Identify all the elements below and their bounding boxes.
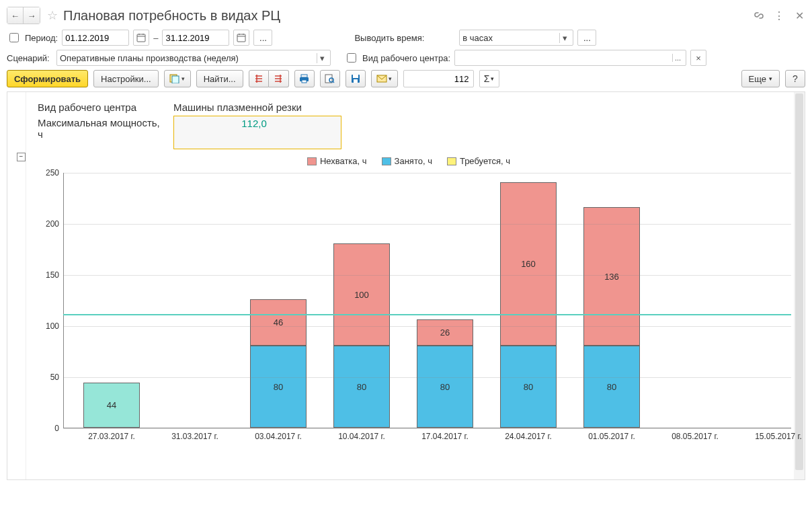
vertical-scrollbar[interactable] (794, 92, 805, 479)
wc-type-select[interactable]: ... (454, 50, 686, 66)
save-button[interactable] (346, 70, 366, 87)
y-tick-label: 200 (46, 219, 59, 229)
bar-segment: 26 (417, 319, 473, 346)
y-tick-label: 150 (46, 270, 59, 280)
bar-segment: 136 (583, 207, 640, 346)
wc-type-info-label: Вид рабочего центра (38, 100, 172, 114)
time-display-select[interactable]: в часах ▾ (459, 30, 573, 46)
chevron-down-icon[interactable]: ▾ (317, 53, 327, 63)
link-icon[interactable] (753, 9, 765, 22)
nav-forward-button[interactable]: → (24, 7, 40, 24)
collapse-all-button[interactable] (269, 70, 289, 87)
chevron-down-icon[interactable]: ▾ (559, 33, 570, 43)
wc-type-checkbox[interactable] (347, 53, 356, 63)
bar-segment: 80 (250, 346, 307, 428)
x-tick-label: 27.03.2017 г. (71, 432, 152, 441)
max-capacity-label: Максимальная мощность, ч (38, 116, 172, 149)
scenario-label: Сценарий: (7, 53, 52, 63)
bar-segment: 80 (333, 346, 390, 428)
x-tick-label: 17.04.2017 г. (405, 432, 485, 441)
wc-type-clear-button[interactable]: × (690, 50, 706, 66)
period-from-input[interactable] (62, 30, 129, 46)
period-label: Период: (25, 33, 58, 43)
time-display-label: Выводить время: (354, 33, 424, 43)
y-tick-label: 50 (50, 373, 59, 382)
period-from-calendar-button[interactable] (133, 30, 149, 46)
bar-segment: 46 (250, 299, 307, 346)
sigma-button[interactable]: Σ▾ (479, 70, 499, 87)
svg-line-23 (333, 81, 334, 83)
svg-rect-9 (172, 76, 179, 83)
period-checkbox[interactable] (9, 33, 19, 42)
svg-rect-4 (237, 34, 245, 42)
x-tick-label: 24.04.2017 г. (488, 432, 569, 441)
wc-type-info-value: Машины плазменной резки (173, 100, 341, 114)
more-menu-icon[interactable]: ⋮ (773, 9, 785, 22)
print-button[interactable] (294, 70, 315, 87)
svg-rect-0 (137, 34, 145, 42)
bar-segment: 44 (83, 383, 140, 428)
x-tick-label: 03.04.2017 г. (238, 432, 319, 441)
x-tick-label: 01.05.2017 г. (571, 432, 652, 441)
preview-button[interactable] (320, 70, 340, 87)
email-button[interactable]: ▾ (371, 70, 398, 87)
wc-type-more-icon[interactable]: ... (672, 54, 683, 62)
collapse-toggle-button[interactable]: − (17, 153, 26, 161)
settings-button[interactable]: Настройки... (93, 70, 159, 87)
legend-swatch-deficit (307, 157, 317, 165)
wc-type-label: Вид рабочего центра: (362, 53, 450, 63)
bar-segment: 80 (417, 346, 473, 428)
bar-segment: 80 (583, 346, 640, 428)
reference-line (63, 314, 791, 315)
bar-segment: 80 (500, 346, 557, 428)
svg-rect-25 (353, 75, 358, 78)
find-button[interactable]: Найти... (196, 70, 243, 87)
scenario-value: Оперативные планы производства (неделя) (60, 53, 317, 63)
generate-button[interactable]: Сформировать (7, 70, 88, 87)
help-button[interactable]: ? (785, 70, 805, 87)
variants-button[interactable]: ▾ (164, 70, 191, 87)
svg-rect-18 (301, 75, 307, 77)
period-to-input[interactable] (162, 30, 229, 46)
favorite-star-icon[interactable]: ☆ (46, 9, 59, 22)
time-display-value: в часах (462, 33, 559, 43)
bar-segment: 160 (500, 182, 557, 346)
nav-back-button[interactable]: ← (7, 7, 24, 24)
max-capacity-value: 112,0 (173, 116, 341, 149)
scenario-select[interactable]: Оперативные планы производства (неделя) … (56, 50, 331, 66)
side-margin (7, 92, 26, 479)
svg-rect-26 (354, 79, 358, 83)
expand-all-button[interactable] (249, 70, 269, 87)
x-tick-label: 10.04.2017 г. (321, 432, 402, 441)
period-to-calendar-button[interactable] (233, 30, 249, 46)
y-tick-label: 0 (54, 424, 59, 433)
number-input[interactable] (403, 70, 474, 87)
period-dash: – (153, 33, 158, 43)
svg-rect-20 (302, 80, 307, 83)
chart-area: 050100150200250 448046801008026801608013… (36, 173, 791, 455)
chart-legend: Нехватка, ч Занято, ч Требуется, ч (26, 156, 791, 166)
more-actions-button[interactable]: Еще▾ (741, 70, 780, 87)
close-icon[interactable]: ✕ (793, 9, 805, 22)
legend-swatch-busy (382, 157, 391, 165)
bar-segment: 100 (333, 243, 390, 346)
y-tick-label: 250 (46, 168, 59, 178)
y-tick-label: 100 (46, 321, 59, 331)
x-tick-label: 31.03.2017 г. (155, 432, 235, 441)
x-tick-label: 08.05.2017 г. (655, 432, 735, 441)
page-title: Плановая потребность в видах РЦ (63, 8, 753, 24)
legend-swatch-required (447, 157, 456, 165)
x-tick-label: 15.05.2017 г. (738, 432, 805, 441)
time-display-more-button[interactable]: ... (577, 30, 596, 46)
period-select-button[interactable]: ... (253, 30, 272, 46)
